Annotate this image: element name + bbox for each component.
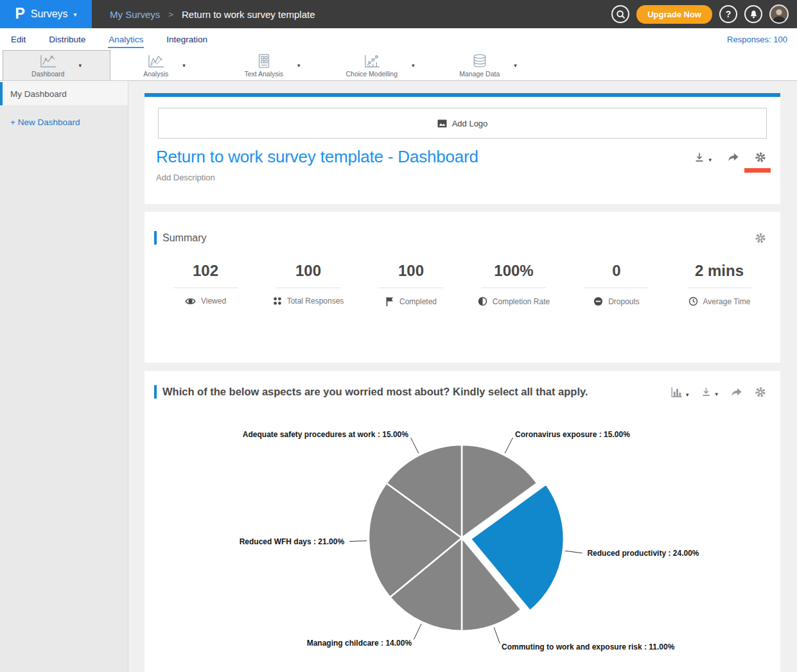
clock-icon (688, 297, 698, 306)
settings-button[interactable] (755, 151, 766, 163)
pie-leader-line (349, 541, 367, 542)
document-grid-icon (256, 53, 272, 69)
accent-bar (154, 385, 157, 399)
chevron-down-icon: ▾ (708, 157, 712, 163)
notifications-button[interactable] (744, 5, 762, 23)
stat-value: 100 (360, 262, 462, 280)
chevron-down-icon[interactable]: ▾ (412, 62, 415, 69)
pie-leader-line (565, 551, 582, 553)
tab-distribute[interactable]: Distribute (48, 30, 86, 48)
main-content: Add Logo Return to work survey template … (128, 81, 797, 672)
chart-type-button[interactable]: ▾ (670, 386, 689, 398)
pie-chart-svg: Coronavirus exposure : 15.00%Reduced pro… (145, 411, 780, 672)
breadcrumb-my-surveys[interactable]: My Surveys (110, 9, 160, 20)
share-chart-button[interactable] (730, 386, 742, 397)
sidebar-item-my-dashboard[interactable]: My Dashboard (0, 82, 128, 105)
question-mark-icon: ? (726, 9, 731, 19)
survey-subnav: Edit Distribute Analytics Integration Re… (0, 28, 797, 50)
responses-count[interactable]: Responses: 100 (727, 35, 787, 44)
sidebar-item-label: My Dashboard (10, 89, 67, 99)
summary-card: Summary 102 Viewed 100 Total Responses (145, 212, 780, 363)
toolbar-item-manage-data[interactable]: Manage Data ▾ (434, 50, 542, 80)
eye-icon (185, 297, 196, 306)
database-icon (471, 53, 489, 69)
area-chart-icon (146, 53, 166, 69)
help-button[interactable]: ? (719, 5, 737, 23)
toolbar-item-label: Choice Modelling (346, 70, 398, 78)
dashboard-header-card: Add Logo Return to work survey template … (145, 93, 780, 204)
pie-slice-label: Managing childcare : 14.00% (307, 639, 412, 648)
stat-completion-rate: 100% Completion Rate (462, 262, 565, 306)
red-highlight-annotation (744, 168, 771, 173)
gear-icon (755, 386, 766, 398)
stat-label: Completed (399, 297, 437, 306)
flag-icon (385, 297, 394, 306)
image-icon (437, 119, 447, 128)
subnav-tabs: Edit Distribute Analytics Integration (10, 30, 208, 48)
line-chart-icon (39, 53, 58, 69)
toolbar-item-text-analysis[interactable]: Text Analysis ▾ (218, 50, 326, 80)
logo-p-icon: P (15, 5, 24, 22)
top-navbar: P Surveys ▾ My Surveys > Return to work … (0, 0, 797, 28)
question-card: Which of the below aspects are you worri… (145, 371, 780, 672)
breadcrumb: My Surveys > Return to work survey templ… (110, 9, 315, 20)
download-icon (694, 151, 705, 163)
stat-label: Viewed (201, 297, 226, 306)
tab-edit[interactable]: Edit (10, 30, 26, 48)
download-icon (701, 386, 712, 397)
toolbar-item-analysis[interactable]: Analysis ▾ (110, 50, 218, 80)
stat-completed: 100 Completed (360, 262, 462, 306)
toolbar-item-label: Text Analysis (244, 70, 283, 78)
toolbar-item-choice-modelling[interactable]: Choice Modelling ▾ (326, 50, 434, 80)
scatter-chart-icon (362, 53, 381, 69)
header-actions: ▾ (694, 151, 766, 163)
add-logo-label: Add Logo (452, 119, 488, 128)
question-title: Which of the below aspects are you worri… (162, 386, 588, 398)
chevron-down-icon[interactable]: ▾ (182, 62, 186, 69)
app-logo[interactable]: P Surveys ▾ (0, 0, 92, 28)
chevron-down-icon[interactable]: ▾ (297, 62, 301, 69)
chevron-down-icon[interactable]: ▾ (514, 62, 517, 69)
stat-average-time: 2 mins Average Time (668, 262, 771, 306)
share-arrow-icon (727, 151, 739, 162)
stat-value: 2 mins (668, 262, 771, 280)
stat-label: Completion Rate (493, 297, 550, 306)
pie-leader-line (505, 438, 512, 453)
question-actions: ▾ ▾ (670, 386, 766, 398)
add-description-button[interactable]: Add Description (156, 173, 780, 182)
analytics-toolbar: Dashboard ▾ Analysis ▾ Text Analysis ▾ C… (0, 50, 797, 81)
toolbar-item-label: Manage Data (459, 70, 500, 78)
summary-stats: 102 Viewed 100 Total Responses 100 (145, 262, 780, 306)
stat-viewed: 102 Viewed (154, 262, 257, 306)
share-arrow-icon (730, 386, 742, 397)
chart-settings-button[interactable] (755, 386, 766, 398)
dashboard-sidebar: My Dashboard + New Dashboard (0, 82, 128, 672)
download-chart-button[interactable]: ▾ (701, 386, 718, 397)
toolbar-item-dashboard[interactable]: Dashboard ▾ (3, 50, 110, 80)
toolbar-item-label: Dashboard (31, 70, 64, 78)
stat-value: 100 (257, 262, 360, 280)
stat-value: 0 (565, 262, 668, 280)
gear-icon (755, 151, 766, 163)
pie-chart: Coronavirus exposure : 15.00%Reduced pro… (145, 411, 780, 672)
user-photo-icon (771, 6, 787, 22)
tab-integration[interactable]: Integration (166, 30, 208, 48)
tab-analytics[interactable]: Analytics (108, 30, 144, 48)
accent-bar (154, 231, 157, 245)
bell-icon (749, 10, 758, 19)
upgrade-now-button[interactable]: Upgrade Now (636, 5, 712, 24)
dots-icon (273, 297, 282, 306)
download-button[interactable]: ▾ (694, 151, 712, 163)
toolbar-item-label: Analysis (143, 70, 168, 78)
stat-label: Total Responses (287, 297, 344, 306)
avatar[interactable] (769, 4, 789, 24)
navbar-actions: Upgrade Now ? (611, 4, 789, 24)
summary-settings-button[interactable] (755, 232, 766, 244)
chevron-down-icon[interactable]: ▾ (78, 62, 82, 69)
share-button[interactable] (727, 151, 739, 162)
new-dashboard-button[interactable]: + New Dashboard (10, 117, 128, 127)
product-name: Surveys (31, 8, 68, 20)
search-button[interactable] (611, 5, 629, 23)
add-logo-dropzone[interactable]: Add Logo (158, 108, 767, 139)
stat-dropouts: 0 Dropouts (565, 262, 668, 306)
